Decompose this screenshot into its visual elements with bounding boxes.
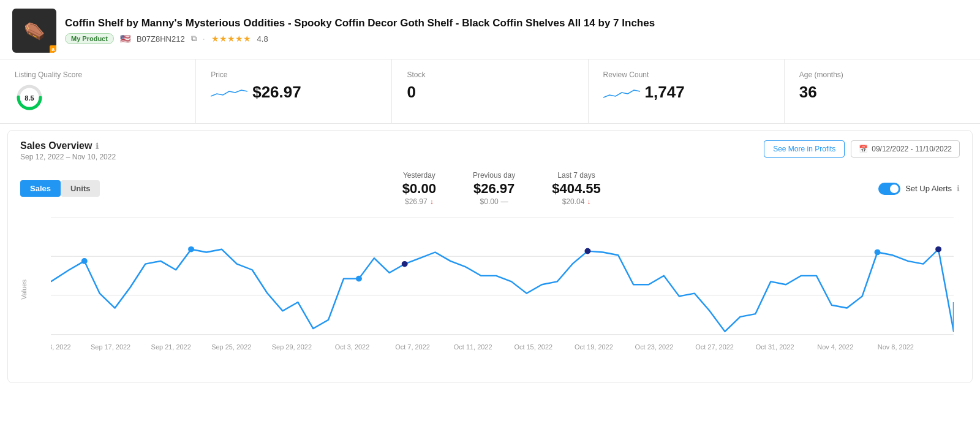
- lqs-gauge: 8.5: [15, 83, 44, 112]
- review-value: 1,747: [645, 83, 685, 102]
- tab-sales[interactable]: Sales: [20, 180, 61, 197]
- svg-text:Oct 27, 2022: Oct 27, 2022: [695, 343, 734, 351]
- yesterday-sub: $26.97 ↓: [405, 197, 434, 206]
- sales-actions: See More in Profits 📅 09/12/2022 - 11/10…: [764, 140, 960, 158]
- svg-point-13: [356, 276, 362, 282]
- svg-text:Oct 15, 2022: Oct 15, 2022: [514, 343, 552, 351]
- lqs-label: Listing Quality Score: [15, 70, 82, 79]
- svg-text:Nov 8, 2022: Nov 8, 2022: [878, 343, 914, 351]
- svg-point-12: [188, 246, 194, 253]
- product-title: Coffin Shelf by Manny's Mysterious Oddit…: [65, 17, 968, 29]
- svg-text:Oct 23, 2022: Oct 23, 2022: [635, 343, 674, 351]
- yesterday-value: $0.00: [402, 181, 436, 197]
- yesterday-label: Yesterday: [403, 171, 435, 180]
- prev-day-label: Previous day: [473, 171, 515, 180]
- tab-units[interactable]: Units: [61, 180, 100, 197]
- review-label: Review Count: [603, 70, 649, 79]
- stock-label: Stock: [407, 70, 425, 79]
- amazon-badge: a: [50, 45, 56, 53]
- svg-text:Sep 29, 2022: Sep 29, 2022: [272, 343, 312, 351]
- sales-date-range: Sep 12, 2022 – Nov 10, 2022: [20, 153, 116, 161]
- y-axis-label: Values: [20, 280, 28, 300]
- info-icon[interactable]: ℹ: [96, 142, 99, 151]
- metrics-row: Listing Quality Score 8.5 Price $26.97 S…: [0, 59, 980, 124]
- alerts-info-icon[interactable]: ℹ: [957, 184, 960, 193]
- product-info: Coffin Shelf by Manny's Mysterious Oddit…: [65, 17, 968, 44]
- review-card: Review Count 1,747: [589, 59, 785, 123]
- see-more-profits-button[interactable]: See More in Profits: [764, 140, 845, 158]
- svg-text:Oct 3, 2022: Oct 3, 2022: [335, 343, 370, 351]
- svg-text:Sep 25, 2022: Sep 25, 2022: [211, 343, 251, 351]
- price-sparkline: [211, 85, 247, 100]
- prev-day-stat: Previous day $26.97 $0.00 —: [473, 171, 515, 206]
- rating-value: 4.8: [257, 34, 268, 44]
- sales-title-group: Sales Overview ℹ Sep 12, 2022 – Nov 10, …: [20, 140, 116, 161]
- sales-header: Sales Overview ℹ Sep 12, 2022 – Nov 10, …: [20, 140, 960, 161]
- svg-text:Nov 4, 2022: Nov 4, 2022: [817, 343, 853, 351]
- coffin-icon: ⚰️: [24, 21, 45, 41]
- prev-day-sub: $0.00 —: [480, 197, 508, 206]
- yesterday-arrow: ↓: [430, 197, 434, 206]
- svg-text:Sep 13, 2022: Sep 13, 2022: [51, 343, 71, 351]
- alerts-toggle: Set Up Alerts ℹ: [878, 183, 960, 195]
- last7-stat: Last 7 days $404.55 $20.04 ↓: [552, 171, 601, 206]
- my-product-badge: My Product: [65, 33, 114, 44]
- svg-point-11: [81, 258, 88, 264]
- age-label: Age (months): [799, 70, 843, 79]
- svg-point-14: [402, 261, 408, 267]
- svg-point-16: [875, 249, 881, 256]
- asin-text: B07Z8HN212: [137, 34, 185, 44]
- alerts-toggle-switch[interactable]: [878, 183, 900, 195]
- chart-area: Values 0 100 200 300: [20, 211, 960, 382]
- stock-card: Stock 0: [392, 59, 588, 123]
- age-value: 36: [799, 83, 817, 102]
- country-flag: 🇺🇸: [120, 34, 130, 44]
- svg-text:Sep 17, 2022: Sep 17, 2022: [91, 343, 130, 351]
- last7-sub: $20.04 ↓: [562, 197, 591, 206]
- prev-day-arrow: —: [501, 197, 508, 206]
- last7-value: $404.55: [552, 181, 601, 197]
- review-value-row: 1,747: [603, 83, 685, 102]
- copy-icon[interactable]: ⧉: [191, 34, 197, 44]
- lqs-value-row: 8.5: [15, 83, 44, 112]
- sales-title: Sales Overview ℹ: [20, 140, 116, 151]
- stats-row: Sales Units Yesterday $0.00 $26.97 ↓ Pre…: [20, 164, 960, 211]
- svg-text:Sep 21, 2022: Sep 21, 2022: [151, 343, 191, 351]
- svg-point-15: [584, 248, 590, 254]
- date-range-picker[interactable]: 📅 09/12/2022 - 11/10/2022: [851, 140, 960, 158]
- tab-group: Sales Units: [20, 180, 100, 197]
- age-card: Age (months) 36: [785, 59, 980, 123]
- product-header: ⚰️ a Coffin Shelf by Manny's Mysterious …: [0, 0, 980, 59]
- age-value-row: 36: [799, 83, 817, 102]
- chart-svg: 0 100 200 300 Sep 13, 2022 Sep 17, 2022 …: [51, 217, 954, 358]
- svg-point-17: [935, 246, 941, 253]
- sales-overview-panel: Sales Overview ℹ Sep 12, 2022 – Nov 10, …: [7, 130, 973, 383]
- lqs-card: Listing Quality Score 8.5: [0, 59, 196, 123]
- svg-text:Oct 11, 2022: Oct 11, 2022: [454, 343, 492, 351]
- calendar-icon: 📅: [859, 145, 868, 153]
- prev-day-value: $26.97: [473, 181, 514, 197]
- last7-arrow: ↓: [587, 197, 590, 206]
- last7-label: Last 7 days: [557, 171, 595, 180]
- price-label: Price: [211, 70, 227, 79]
- svg-text:Oct 19, 2022: Oct 19, 2022: [575, 343, 613, 351]
- product-thumbnail: ⚰️ a: [12, 9, 56, 53]
- svg-text:Oct 7, 2022: Oct 7, 2022: [395, 343, 430, 351]
- price-card: Price $26.97: [196, 59, 392, 123]
- price-value-row: $26.97: [211, 83, 301, 102]
- star-rating: ★★★★★: [211, 34, 251, 44]
- yesterday-stat: Yesterday $0.00 $26.97 ↓: [402, 171, 436, 206]
- product-meta: My Product 🇺🇸 B07Z8HN212 ⧉ · ★★★★★ 4.8: [65, 33, 968, 44]
- svg-text:8.5: 8.5: [24, 94, 34, 102]
- alerts-label: Set Up Alerts: [905, 184, 952, 193]
- price-value: $26.97: [252, 83, 301, 102]
- review-sparkline: [603, 85, 640, 100]
- stock-value-row: 0: [407, 83, 415, 102]
- period-stats: Yesterday $0.00 $26.97 ↓ Previous day $2…: [124, 171, 878, 206]
- svg-text:Oct 31, 2022: Oct 31, 2022: [756, 343, 794, 351]
- stock-value: 0: [407, 83, 415, 102]
